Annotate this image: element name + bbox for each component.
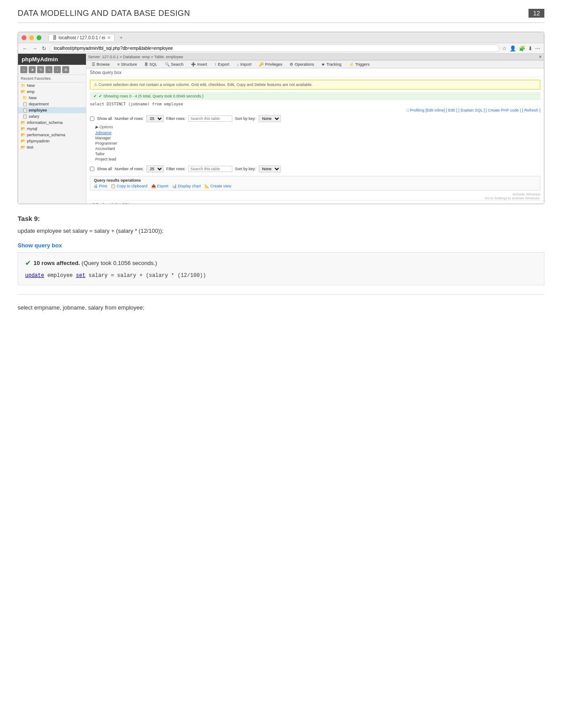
pma-logo: phpMyAdmin xyxy=(18,54,86,65)
tab-operations[interactable]: ⚙ Operations xyxy=(286,60,317,68)
edit-link[interactable]: [ Edit ] xyxy=(446,108,458,112)
result-item-tailor[interactable]: Tailor xyxy=(95,151,540,157)
insert-icon: ➕ xyxy=(191,62,196,67)
copy-link[interactable]: 📋 Copy to clipboard xyxy=(111,184,148,188)
maximize-btn[interactable] xyxy=(37,35,41,40)
sidebar-item-performance-schema[interactable]: 📂 performance_schema xyxy=(18,132,86,138)
sidebar-item-mysql[interactable]: 📂 mysql xyxy=(18,126,86,132)
back-button[interactable]: ← xyxy=(22,45,29,52)
edit-inline-link[interactable]: [Edit inline] xyxy=(425,108,445,112)
down-icon[interactable]: ↓ xyxy=(54,66,61,73)
tab-tracking[interactable]: ★ Tracking xyxy=(318,60,345,68)
tab-insert[interactable]: ➕ Insert xyxy=(187,60,211,68)
filter-input-bottom[interactable] xyxy=(188,166,232,172)
sidebar-item-information-schema[interactable]: 📂 information_schema xyxy=(18,119,86,126)
pma-sidebar: phpMyAdmin ⌂ ★ ✎ ↑ ↓ ⚙ Recent Favorites … xyxy=(18,54,86,204)
tab-export[interactable]: ↑ Export xyxy=(211,60,233,68)
rows-select[interactable]: 25 xyxy=(146,115,164,122)
result-item-manager[interactable]: Manager xyxy=(95,135,540,141)
page-header: DATA MODELLING AND DATA BASE DESIGN 12 xyxy=(18,9,544,23)
sidebar-item-phpmyadmin[interactable]: 📂 phpmyadmin xyxy=(18,138,86,144)
bookmark-icon[interactable]: ☆ xyxy=(502,45,507,52)
rows-select-bottom[interactable]: 25 xyxy=(146,165,164,172)
sql-icon: ≣ xyxy=(145,62,148,67)
sidebar-item-test[interactable]: 📂 test xyxy=(18,144,86,150)
tab-search[interactable]: 🔍 Search xyxy=(161,60,187,68)
add-tab-button[interactable]: + xyxy=(117,34,125,41)
export-icon: ↑ xyxy=(215,62,217,67)
query-box-label[interactable]: Show query box xyxy=(18,242,544,249)
activate-windows-text: Activate WindowsGo to Settings to activa… xyxy=(86,192,544,200)
show-all-checkbox[interactable] xyxy=(90,116,94,121)
star-icon[interactable]: ★ xyxy=(29,66,36,73)
folder-icon: 📂 xyxy=(21,127,26,131)
check-icon: ✔ xyxy=(93,94,97,98)
browser-actions: ☆ 👤 🧩 ⬇ ⋯ xyxy=(502,45,540,52)
profile-icon[interactable]: 👤 xyxy=(510,45,516,52)
page-number: 12 xyxy=(529,9,544,18)
address-input[interactable] xyxy=(50,45,499,52)
sidebar-item-department[interactable]: 📋 department xyxy=(18,101,86,107)
pma-section-title[interactable]: Show query box xyxy=(86,68,544,77)
sql-body: employee xyxy=(47,273,76,279)
sidebar-item-salary[interactable]: 📋 salary xyxy=(18,113,86,119)
tab-triggers[interactable]: ⚡ Triggers xyxy=(346,60,373,68)
close-btn[interactable] xyxy=(22,35,26,40)
show-all-checkbox-bottom[interactable] xyxy=(90,167,94,171)
pma-close-icon[interactable]: ✕ xyxy=(539,55,542,59)
pma-content: Server: 127.0.0.1 » Database: emp » Tabl… xyxy=(86,54,544,204)
table-icon: 📋 xyxy=(22,114,27,119)
browser-addressbar: ← → ↻ ☆ 👤 🧩 ⬇ ⋯ xyxy=(18,43,544,54)
browser-tab[interactable]: 🗄 localhost / 127.0.0.1 / ei ✕ xyxy=(48,34,115,41)
pma-controls-row-bottom: Show all Number of rows: 25 Filter rows:… xyxy=(86,164,544,174)
sidebar-item-employee[interactable]: 📋 employee xyxy=(18,107,86,113)
task-title: Task 9: xyxy=(18,215,544,222)
create-php-link[interactable]: [ Create PHP code ] xyxy=(486,108,521,112)
menu-icon[interactable]: ⋯ xyxy=(535,45,540,52)
download-icon[interactable]: ⬇ xyxy=(528,45,532,52)
pma-results-list: ▶ Options Jobname Manager Programmer Acc… xyxy=(86,124,544,164)
result-item-programmer[interactable]: Programmer xyxy=(95,141,540,146)
task-description: update employee set salary = salary + (s… xyxy=(18,227,544,236)
profiling-link[interactable]: Profiling xyxy=(410,108,424,112)
tab-sql[interactable]: ≣ SQL xyxy=(141,60,161,68)
tab-browse[interactable]: ☰ Browse xyxy=(88,60,113,68)
gear-icon[interactable]: ⚙ xyxy=(62,66,69,73)
extensions-icon[interactable]: 🧩 xyxy=(519,45,525,52)
result-item-accountant[interactable]: Accountant xyxy=(95,146,540,151)
show-all-label: Show all xyxy=(97,116,112,121)
bookmark-link[interactable]: 📑 Bookmark this SQL query xyxy=(90,202,141,204)
query-ops-links: 🖨 Print 📋 Copy to clipboard 📤 Export 📊 D… xyxy=(94,184,536,188)
result-item-jobname[interactable]: Jobname xyxy=(95,130,540,135)
minimize-btn[interactable] xyxy=(29,35,34,40)
refresh-link[interactable]: [ Refresh ] xyxy=(522,108,540,112)
export-link[interactable]: 📤 Export xyxy=(151,184,169,188)
edit-icon[interactable]: ✎ xyxy=(37,66,44,73)
sort-select[interactable]: None xyxy=(259,115,281,122)
forward-button[interactable]: → xyxy=(31,45,38,52)
print-link[interactable]: 🖨 Print xyxy=(94,184,107,188)
tab-title: localhost / 127.0.0.1 / ei xyxy=(59,35,105,40)
sidebar-item-new-emp[interactable]: 📁 New xyxy=(18,95,86,101)
explain-sql-link[interactable]: [ Explain SQL ] xyxy=(458,108,485,112)
display-chart-link[interactable]: 📊 Display chart xyxy=(172,184,201,188)
sort-select-bottom[interactable]: None xyxy=(259,165,281,172)
results-header: ▶ Options xyxy=(95,125,540,129)
sidebar-item-emp[interactable]: 📂 emp xyxy=(18,89,86,95)
filter-input[interactable] xyxy=(188,116,232,122)
tab-structure[interactable]: ≡ Structure xyxy=(114,60,141,68)
success-checkmark: ✔ xyxy=(25,259,31,267)
up-icon[interactable]: ↑ xyxy=(45,66,52,73)
tab-close-icon[interactable]: ✕ xyxy=(107,35,111,40)
create-view-link[interactable]: 📐 Create view xyxy=(205,184,231,188)
tab-privileges[interactable]: 🔑 Privileges xyxy=(255,60,286,68)
import-icon: ↓ xyxy=(237,62,239,67)
search-icon: 🔍 xyxy=(165,62,170,67)
reload-button[interactable]: ↻ xyxy=(41,45,47,52)
tab-import[interactable]: ↓ Import xyxy=(233,60,255,68)
pma-logo-text: phpMyAdmin xyxy=(22,56,82,63)
browse-icon: ☰ xyxy=(92,62,95,67)
result-item-project-lead[interactable]: Project lead xyxy=(95,157,540,162)
sidebar-item-new-root[interactable]: 📁 New xyxy=(18,82,86,89)
home-icon[interactable]: ⌂ xyxy=(20,66,27,73)
